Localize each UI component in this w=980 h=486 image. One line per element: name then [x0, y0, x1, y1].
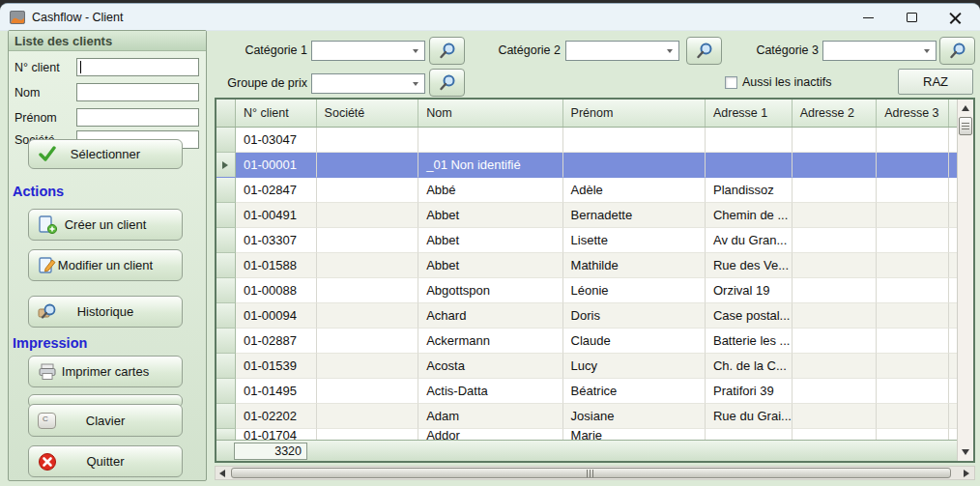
category3-search-button[interactable] [939, 37, 975, 65]
print-cards-button[interactable]: Imprimer cartes [28, 356, 183, 387]
row-indicator[interactable] [216, 404, 236, 429]
row-indicator[interactable] [216, 178, 236, 203]
raz-button[interactable]: RAZ [898, 69, 973, 95]
table-cell[interactable] [793, 303, 878, 329]
row-indicator[interactable] [216, 253, 236, 278]
table-cell[interactable] [418, 128, 562, 153]
scroll-left-button[interactable] [216, 467, 229, 479]
table-cell[interactable]: Abbé [418, 178, 562, 203]
table-cell[interactable] [793, 278, 878, 303]
table-cell[interactable] [793, 228, 878, 253]
table-row[interactable]: 01-01495Actis-DattaBéatricePratifori 39 [216, 379, 957, 404]
category3-combobox[interactable] [822, 41, 937, 61]
table-cell[interactable]: Acosta [418, 354, 562, 379]
horizontal-scrollbar-thumb[interactable] [231, 468, 951, 478]
row-indicator[interactable] [216, 278, 236, 303]
table-cell[interactable] [317, 153, 419, 178]
table-cell[interactable]: Plandissoz [706, 178, 793, 203]
table-cell[interactable] [317, 303, 419, 329]
table-cell[interactable]: Av du Gran... [706, 228, 793, 253]
category1-search-button[interactable] [429, 37, 465, 65]
row-indicator[interactable] [216, 303, 236, 329]
table-cell[interactable]: Addor [418, 429, 562, 440]
history-button[interactable]: Historique [28, 296, 183, 328]
table-cell[interactable]: Marie [563, 429, 706, 440]
table-cell[interactable]: Abbet [418, 203, 562, 228]
table-cell[interactable]: 01-00094 [236, 303, 317, 329]
table-cell[interactable]: Abgottspon [418, 278, 562, 303]
table-cell[interactable] [877, 404, 949, 429]
table-cell[interactable] [706, 429, 793, 440]
scroll-down-button[interactable] [958, 444, 973, 460]
table-cell[interactable]: Pratifori 39 [706, 379, 793, 404]
table-cell[interactable] [877, 153, 949, 178]
keyboard-button[interactable]: C Clavier [28, 404, 183, 437]
table-cell[interactable] [793, 354, 878, 379]
row-indicator[interactable] [216, 429, 236, 440]
table-cell[interactable]: 01-01588 [236, 253, 317, 278]
table-row[interactable]: 01-01588AbbetMathildeRue des Ve... [216, 253, 957, 278]
table-cell[interactable]: Lisette [563, 228, 706, 253]
table-cell[interactable] [317, 178, 419, 203]
table-row[interactable]: 01-00094AchardDorisCase postal... [216, 303, 957, 329]
table-cell[interactable] [317, 379, 419, 404]
show-inactive-checkbox[interactable] [725, 76, 737, 89]
table-cell[interactable]: Béatrice [563, 379, 706, 404]
table-cell[interactable]: Abbet [418, 253, 562, 278]
table-cell[interactable] [317, 354, 419, 379]
row-indicator[interactable] [216, 228, 236, 253]
table-cell[interactable] [317, 203, 419, 228]
table-cell[interactable]: Léonie [563, 278, 706, 303]
table-cell[interactable] [793, 128, 878, 153]
client-number-input[interactable] [76, 58, 199, 76]
table-cell[interactable]: Doris [563, 303, 706, 329]
table-cell[interactable] [317, 253, 419, 278]
table-cell[interactable]: 01-00491 [236, 203, 317, 228]
table-cell[interactable] [793, 379, 878, 404]
firstname-input[interactable] [76, 108, 199, 127]
modify-client-button[interactable]: Modifier un client [28, 249, 183, 281]
table-row[interactable]: 01-00088AbgottsponLéonieOrzival 19 [216, 278, 957, 303]
table-row[interactable]: 01-03047 [216, 128, 957, 153]
table-cell[interactable] [877, 429, 949, 440]
table-cell[interactable]: Chemin de ... [706, 203, 793, 228]
row-indicator[interactable] [216, 379, 236, 404]
table-cell[interactable]: _01 Non identifié [418, 153, 562, 178]
row-indicator[interactable] [216, 354, 236, 379]
table-cell[interactable]: 01-03047 [236, 128, 317, 153]
table-cell[interactable] [317, 278, 419, 303]
table-cell[interactable] [877, 228, 949, 253]
table-row[interactable]: 01-00001_01 Non identifié [216, 153, 957, 178]
name-input[interactable] [76, 83, 199, 101]
price-group-combobox[interactable] [311, 73, 425, 94]
table-cell[interactable]: 01-00088 [236, 278, 317, 303]
table-cell[interactable]: 01-01704 [236, 429, 317, 440]
table-cell[interactable] [793, 153, 878, 178]
table-cell[interactable] [877, 303, 949, 329]
row-indicator[interactable] [216, 203, 236, 228]
row-indicator[interactable] [216, 128, 236, 153]
table-cell[interactable]: Actis-Datta [418, 379, 562, 404]
table-row[interactable]: 01-01704AddorMarie [216, 429, 957, 440]
table-cell[interactable]: 01-03307 [236, 228, 317, 253]
select-button[interactable]: Sélectionner [28, 139, 183, 169]
minimize-button[interactable] [847, 4, 889, 31]
table-cell[interactable]: Ch. de la C... [706, 354, 793, 379]
table-cell[interactable]: 01-02202 [236, 404, 317, 429]
table-cell[interactable]: Claude [563, 329, 706, 354]
table-cell[interactable]: Josiane [563, 404, 706, 429]
create-client-button[interactable]: Créer un client [28, 209, 183, 241]
close-button[interactable] [934, 4, 976, 31]
scroll-up-button[interactable] [958, 100, 973, 116]
column-header-address3[interactable]: Adresse 3 [877, 100, 949, 127]
table-cell[interactable]: Rue du Grai... [706, 404, 793, 429]
table-row[interactable]: 01-02202AdamJosianeRue du Grai... [216, 404, 957, 429]
category2-combobox[interactable] [565, 41, 679, 61]
table-cell[interactable]: Orzival 19 [706, 278, 793, 303]
table-cell[interactable]: Abbet [418, 228, 562, 253]
scroll-right-button[interactable] [960, 467, 973, 479]
table-row[interactable]: 01-02847AbbéAdèlePlandissoz [216, 178, 957, 203]
table-cell[interactable]: Case postal... [706, 303, 793, 329]
table-cell[interactable] [793, 404, 878, 429]
table-cell[interactable] [793, 329, 878, 354]
